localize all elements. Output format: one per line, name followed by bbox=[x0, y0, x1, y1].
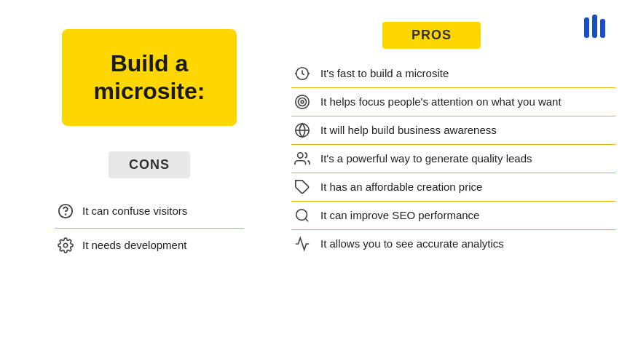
list-item: It has an affordable creation price bbox=[291, 173, 615, 202]
cons-list: It can confuse visitors It needs develop… bbox=[55, 194, 244, 262]
svg-point-11 bbox=[301, 100, 304, 103]
svg-line-17 bbox=[305, 218, 308, 221]
list-item: It can improve SEO performance bbox=[291, 202, 615, 230]
left-panel: Build a microsite: CONS It can confuse v… bbox=[15, 22, 284, 342]
clock-icon bbox=[291, 66, 313, 82]
list-item: It's a powerful way to generate quality … bbox=[291, 145, 615, 173]
pros-badge-row: PROS bbox=[291, 22, 615, 49]
cons-badge: CONS bbox=[109, 151, 190, 178]
list-item: It needs development bbox=[55, 229, 244, 262]
people-icon bbox=[291, 151, 313, 167]
svg-point-16 bbox=[296, 210, 307, 221]
search-icon bbox=[291, 207, 313, 223]
main-title: Build a microsite: bbox=[84, 50, 215, 106]
target-icon bbox=[291, 94, 313, 110]
svg-rect-5 bbox=[600, 19, 605, 38]
pros-item-text-7: It allows you to see accurate analytics bbox=[320, 237, 504, 251]
cons-label: CONS bbox=[129, 157, 170, 172]
pros-item-text-1: It's fast to build a microsite bbox=[320, 66, 449, 81]
pros-item-text-5: It has an affordable creation price bbox=[320, 180, 482, 194]
list-item: It can confuse visitors bbox=[55, 194, 244, 229]
svg-point-14 bbox=[298, 153, 303, 158]
pros-item-text-2: It helps focus people's attention on wha… bbox=[320, 95, 562, 109]
list-item: It will help build business awareness bbox=[291, 116, 615, 145]
logo bbox=[583, 15, 612, 41]
svg-point-2 bbox=[63, 243, 68, 248]
svg-point-1 bbox=[66, 214, 66, 215]
svg-point-10 bbox=[299, 98, 307, 106]
title-box: Build a microsite: bbox=[62, 29, 237, 126]
question-icon bbox=[55, 203, 76, 219]
tag-icon bbox=[291, 179, 313, 195]
list-item: It helps focus people's attention on wha… bbox=[291, 88, 615, 116]
globe-icon bbox=[291, 122, 313, 138]
gear-icon bbox=[55, 237, 76, 253]
chart-icon bbox=[291, 236, 313, 252]
pros-list: It's fast to build a microsite It helps … bbox=[291, 60, 615, 258]
pros-item-text-3: It will help build business awareness bbox=[320, 123, 497, 138]
id-logo-icon bbox=[583, 15, 612, 41]
cons-item-text-1: It can confuse visitors bbox=[82, 205, 187, 217]
right-panel: PROS It's fast to build a microsite bbox=[284, 22, 615, 342]
cons-item-text-2: It needs development bbox=[82, 239, 186, 251]
pros-label: PROS bbox=[412, 28, 452, 42]
svg-point-9 bbox=[296, 95, 309, 108]
pros-badge: PROS bbox=[382, 22, 481, 49]
svg-rect-4 bbox=[592, 15, 597, 38]
pros-item-text-6: It can improve SEO performance bbox=[320, 208, 479, 223]
list-item: It allows you to see accurate analytics bbox=[291, 230, 615, 258]
list-item: It's fast to build a microsite bbox=[291, 60, 615, 88]
pros-item-text-4: It's a powerful way to generate quality … bbox=[320, 151, 532, 166]
svg-rect-3 bbox=[584, 17, 589, 38]
